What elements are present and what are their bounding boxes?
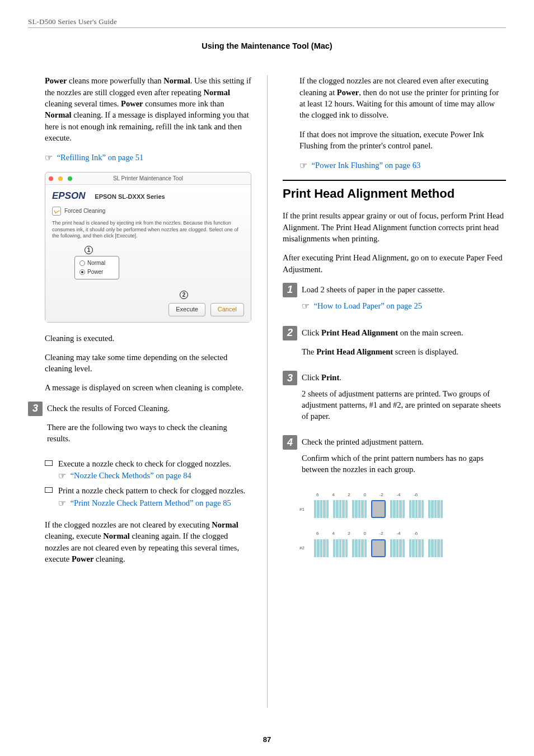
text-bold: Normal	[203, 88, 230, 97]
text: on the main screen.	[398, 328, 463, 337]
alignment-pattern-figure: 6 4 2 0 -2 -4 -6 #1	[299, 492, 506, 557]
link-how-to-load-paper[interactable]: “How to Load Paper” on page 25	[314, 301, 422, 310]
section-heading: Using the Maintenance Tool (Mac)	[28, 40, 506, 52]
paragraph: If the clogged nozzles are not cleared e…	[299, 75, 506, 120]
pointer-icon: ☞	[302, 300, 310, 312]
pointer-icon: ☞	[58, 497, 66, 510]
left-column: Power cleans more powerfully than Normal…	[28, 75, 267, 708]
pattern-block	[352, 539, 367, 557]
radio-power[interactable]: Power	[79, 268, 114, 277]
text: Click	[302, 328, 321, 337]
step-4: 4 Check the printed adjustment pattern. …	[283, 435, 506, 483]
pattern-label: 6	[316, 530, 318, 536]
cross-ref: ☞ “Refilling Ink” on page 51	[45, 151, 251, 164]
cross-ref: ☞ “How to Load Paper” on page 25	[302, 300, 506, 312]
page-number: 87	[0, 735, 534, 745]
pattern-label: -4	[396, 492, 400, 498]
text-bold: Print Head Alignment	[321, 328, 398, 337]
paragraph: A message is displayed on screen when cl…	[45, 382, 251, 393]
text: cleaning. If a message is displayed info…	[45, 110, 249, 142]
step-text: The Print Head Alignment screen is displ…	[302, 346, 506, 357]
pattern-label: -2	[380, 530, 383, 536]
radio-label: Normal	[87, 259, 105, 267]
radio-icon	[79, 269, 85, 275]
cleaning-level-group: Normal Power	[74, 256, 119, 279]
bullet-item: Execute a nozzle check to check for clog…	[45, 458, 251, 482]
step-text: Load 2 sheets of paper in the paper cass…	[302, 284, 506, 295]
pattern-block	[409, 500, 424, 518]
step-3: 3 Check the results of Forced Cleaning. …	[28, 402, 251, 452]
step-text: Click Print Head Alignment on the main s…	[302, 327, 506, 338]
radio-icon	[79, 260, 85, 266]
pattern-label: -2	[380, 492, 383, 498]
pointer-icon: ☞	[45, 152, 53, 164]
text-bold: Power	[72, 554, 93, 563]
text-bold: Normal	[45, 110, 72, 119]
step-2: 2 Click Print Head Alignment on the main…	[283, 326, 506, 366]
step-title: Check the results of Forced Cleaning.	[47, 403, 251, 414]
brand-logo: EPSON	[52, 189, 86, 203]
step-3: 3 Click Print. 2 sheets of adjustment pa…	[283, 371, 506, 430]
pattern-label: -6	[414, 492, 418, 498]
pattern-block	[333, 539, 348, 557]
pattern-block	[390, 500, 405, 518]
model-label: EPSON SL-DXXX Series	[95, 193, 165, 200]
step-number-badge: 4	[283, 435, 297, 450]
cancel-button[interactable]: Cancel	[210, 303, 244, 316]
bullet-icon	[45, 460, 53, 466]
text: cleaning several times.	[45, 99, 121, 108]
paragraph: Cleaning is executed.	[45, 333, 251, 344]
pattern-group-id: #1	[299, 506, 314, 512]
radio-normal[interactable]: Normal	[79, 259, 114, 268]
pointer-icon: ☞	[58, 470, 66, 482]
pattern-label: 0	[363, 530, 366, 536]
execute-button[interactable]: Execute	[168, 303, 205, 316]
step-text: 2 sheets of adjustment patterns are prin…	[302, 388, 506, 422]
bullet-icon	[45, 487, 53, 493]
pattern-labels: 6 4 2 0 -2 -4 -6	[316, 530, 506, 536]
pattern-group-id: #2	[299, 545, 314, 551]
text-bold: Normal	[163, 76, 190, 85]
text: .	[339, 373, 341, 382]
pattern-label: 4	[332, 530, 334, 536]
callout-2: 2	[180, 291, 188, 299]
panel-description: The print head is cleaned by ejecting in…	[52, 220, 244, 239]
step-number-badge: 1	[283, 283, 297, 297]
paragraph: After executing Print Head Alignment, go…	[283, 252, 506, 275]
text: The	[302, 347, 316, 356]
forced-cleaning-icon	[52, 207, 61, 216]
pattern-block	[333, 500, 348, 518]
text-bold: Power	[121, 99, 143, 108]
paragraph: If the clogged nozzles are not cleared b…	[45, 519, 251, 564]
paragraph: Power cleans more powerfully than Normal…	[45, 75, 251, 143]
paragraph: There are the following two ways to chec…	[47, 422, 251, 445]
pattern-labels: 6 4 2 0 -2 -4 -6	[316, 492, 506, 498]
text-bold: Power	[45, 76, 67, 85]
page-header: SL-D500 Series User's Guide	[28, 17, 506, 27]
step-number-badge: 3	[283, 371, 297, 385]
link-power-ink-flushing[interactable]: “Power Ink Flushing” on page 63	[312, 161, 421, 170]
link-nozzle-check-methods[interactable]: “Nozzle Check Methods” on page 84	[71, 471, 191, 480]
pattern-group-1: 6 4 2 0 -2 -4 -6 #1	[299, 492, 506, 518]
step-text: Click Print.	[302, 372, 506, 383]
text-bold: Normal	[103, 531, 130, 540]
step-text: Confirm which of the print pattern numbe…	[302, 452, 506, 475]
pattern-group-2: 6 4 2 0 -2 -4 -6 #2	[299, 530, 506, 557]
column-separator	[267, 75, 268, 708]
window-titlebar: SL Printer Maintenance Tool	[45, 172, 251, 185]
paragraph: If the print results appear grainy or ou…	[283, 210, 506, 244]
text: cleaning.	[93, 554, 125, 563]
callout-1: 1	[85, 246, 93, 254]
paragraph: Cleaning may take some time depending on…	[45, 352, 251, 375]
cross-ref: ☞ “Power Ink Flushing” on page 63	[299, 159, 506, 171]
paragraph: If that does not improve the situation, …	[299, 129, 506, 152]
pattern-label: 2	[348, 530, 350, 536]
link-print-nozzle-check-pattern[interactable]: “Print Nozzle Check Pattern Method” on p…	[71, 498, 231, 507]
link-refilling-ink[interactable]: “Refilling Ink” on page 51	[57, 153, 144, 162]
pattern-block	[352, 500, 367, 518]
step-number-badge: 2	[283, 326, 297, 340]
pattern-label: 0	[363, 492, 366, 498]
pattern-label: 6	[316, 492, 318, 498]
text-bold: Power	[337, 88, 359, 97]
pattern-block	[409, 539, 424, 557]
